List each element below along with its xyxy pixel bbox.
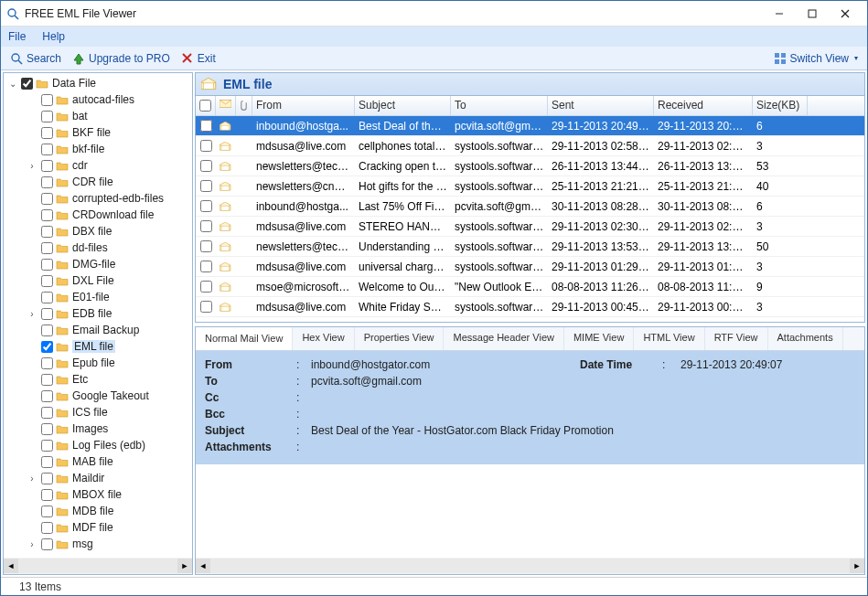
menu-help[interactable]: Help	[42, 30, 65, 43]
table-row[interactable]: inbound@hostga...Best Deal of the Y...pc…	[196, 116, 864, 136]
toolbar-exit[interactable]: Exit	[176, 52, 221, 65]
column-received[interactable]: Received	[654, 96, 753, 115]
tree-item-checkbox[interactable]	[41, 127, 53, 139]
row-checkbox[interactable]	[200, 120, 212, 132]
tree-item[interactable]: Email Backup	[4, 322, 192, 338]
expander-icon[interactable]: ›	[26, 539, 38, 549]
tab-normal-mail-view[interactable]: Normal Mail View	[196, 326, 293, 350]
scroll-left-button[interactable]: ◄	[4, 559, 18, 573]
table-row[interactable]: inbound@hostga...Last 75% Off Fire ...pc…	[196, 197, 864, 217]
tree-item[interactable]: CDR file	[4, 174, 192, 190]
tree-item[interactable]: Epub file	[4, 355, 192, 371]
tree-item[interactable]: Images	[4, 420, 192, 437]
tree-item-checkbox[interactable]	[41, 144, 53, 155]
tree-item-checkbox[interactable]	[41, 506, 53, 517]
tree-item[interactable]: Log Files (edb)	[4, 437, 192, 453]
tree-item-checkbox[interactable]	[41, 94, 53, 106]
row-checkbox[interactable]	[200, 281, 212, 293]
tree-item-checkbox[interactable]	[41, 407, 53, 419]
tree-item[interactable]: bat	[4, 108, 192, 124]
tree-item-checkbox[interactable]	[41, 456, 53, 468]
tree-item-checkbox[interactable]	[41, 390, 53, 402]
tree-item[interactable]: DXL File	[4, 272, 192, 289]
tree-item[interactable]: MBOX file	[4, 486, 192, 503]
row-checkbox[interactable]	[200, 240, 212, 252]
tree-item-checkbox[interactable]	[41, 374, 53, 386]
toolbar-switch-view[interactable]: Switch View ▾	[768, 52, 863, 65]
minimize-button[interactable]	[763, 4, 796, 24]
row-checkbox[interactable]	[200, 220, 212, 232]
tree-item[interactable]: DBX file	[4, 223, 192, 239]
row-checkbox[interactable]	[200, 301, 212, 313]
tree-item[interactable]: autocad-files	[4, 91, 192, 108]
tree-item-checkbox[interactable]	[41, 160, 53, 172]
column-from[interactable]: From	[252, 96, 355, 115]
row-checkbox[interactable]	[200, 180, 212, 192]
tree-item[interactable]: E01-file	[4, 289, 192, 305]
tree-item[interactable]: DMG-file	[4, 256, 192, 272]
tree-item-checkbox[interactable]	[41, 489, 53, 501]
table-row[interactable]: mdsusa@live.comWhite Friday Sale ...syst…	[196, 297, 864, 317]
tree-item[interactable]: MDF file	[4, 519, 192, 536]
table-row[interactable]: mdsusa@live.comcellphones total c...syst…	[196, 136, 864, 156]
expander-icon[interactable]: ›	[26, 309, 38, 319]
tree-item[interactable]: Google Takeout	[4, 388, 192, 404]
tree-item[interactable]: dd-files	[4, 239, 192, 256]
tree-item-checkbox[interactable]	[41, 226, 53, 238]
scroll-right-button[interactable]: ►	[850, 559, 864, 573]
tree-item-checkbox[interactable]	[41, 292, 53, 303]
tree-item[interactable]: corrupted-edb-files	[4, 190, 192, 207]
tree-item[interactable]: MAB file	[4, 453, 192, 470]
table-row[interactable]: msoe@microsoft.c...Welcome to Outl..."Ne…	[196, 277, 864, 297]
column-to[interactable]: To	[451, 96, 548, 115]
tab-mime-view[interactable]: MIME View	[564, 327, 634, 350]
tree-item[interactable]: bkf-file	[4, 141, 192, 157]
tree-item-checkbox[interactable]	[41, 259, 53, 271]
tab-rtf-view[interactable]: RTF View	[705, 327, 768, 350]
tree-root[interactable]: ⌄Data File	[4, 75, 192, 91]
tree-horizontal-scrollbar[interactable]: ◄ ►	[4, 558, 192, 574]
tree-item-checkbox[interactable]	[41, 440, 53, 452]
tree-item[interactable]: ›cdr	[4, 157, 192, 174]
tab-message-header-view[interactable]: Message Header View	[444, 327, 563, 350]
tab-html-view[interactable]: HTML View	[634, 327, 704, 350]
tree-item-checkbox[interactable]	[41, 538, 53, 550]
row-checkbox[interactable]	[200, 200, 212, 212]
close-button[interactable]	[829, 4, 862, 24]
toolbar-search[interactable]: Search	[5, 52, 67, 65]
scroll-left-button[interactable]: ◄	[196, 559, 210, 573]
tree-item-checkbox[interactable]	[41, 176, 53, 188]
tree-item[interactable]: EML file	[4, 338, 192, 355]
tree-item-checkbox[interactable]	[41, 242, 53, 254]
tree-item-checkbox[interactable]	[41, 325, 53, 336]
tree-item[interactable]: BKF file	[4, 124, 192, 141]
table-row[interactable]: newsletters@cnet...Hot gifts for the j..…	[196, 176, 864, 197]
folder-tree[interactable]: ⌄Data Fileautocad-filesbatBKF filebkf-fi…	[4, 73, 192, 558]
expander-icon[interactable]: ›	[26, 161, 38, 171]
menu-file[interactable]: File	[8, 30, 26, 43]
column-sent[interactable]: Sent	[548, 96, 654, 115]
tree-item[interactable]: ›Maildir	[4, 470, 192, 486]
table-row[interactable]: newsletters@tech...Cracking open th...sy…	[196, 156, 864, 176]
tree-item-checkbox[interactable]	[41, 357, 53, 369]
mail-horizontal-scrollbar[interactable]: ◄ ►	[196, 558, 864, 574]
tab-attachments[interactable]: Attachments	[768, 327, 843, 350]
expander-icon[interactable]: ⌄	[7, 79, 18, 89]
tree-item-checkbox[interactable]	[41, 423, 53, 435]
tab-hex-view[interactable]: Hex View	[293, 327, 354, 350]
tree-item-checkbox[interactable]	[41, 111, 53, 122]
expander-icon[interactable]: ›	[26, 474, 38, 484]
tree-item[interactable]: ›msg	[4, 536, 192, 552]
column-size[interactable]: Size(KB)	[753, 96, 808, 115]
table-row[interactable]: newsletters@tech...Understanding S...sys…	[196, 237, 864, 257]
tree-item[interactable]: ICS file	[4, 404, 192, 420]
tree-item-checkbox[interactable]	[41, 522, 53, 534]
tree-item-checkbox[interactable]	[41, 193, 53, 205]
tree-item[interactable]: CRDownload file	[4, 207, 192, 223]
tree-root-checkbox[interactable]	[21, 78, 33, 90]
select-all-checkbox[interactable]	[199, 99, 211, 112]
tree-item-checkbox[interactable]	[41, 473, 53, 484]
tree-item[interactable]: MDB file	[4, 503, 192, 519]
row-checkbox[interactable]	[200, 261, 212, 272]
row-checkbox[interactable]	[200, 160, 212, 172]
